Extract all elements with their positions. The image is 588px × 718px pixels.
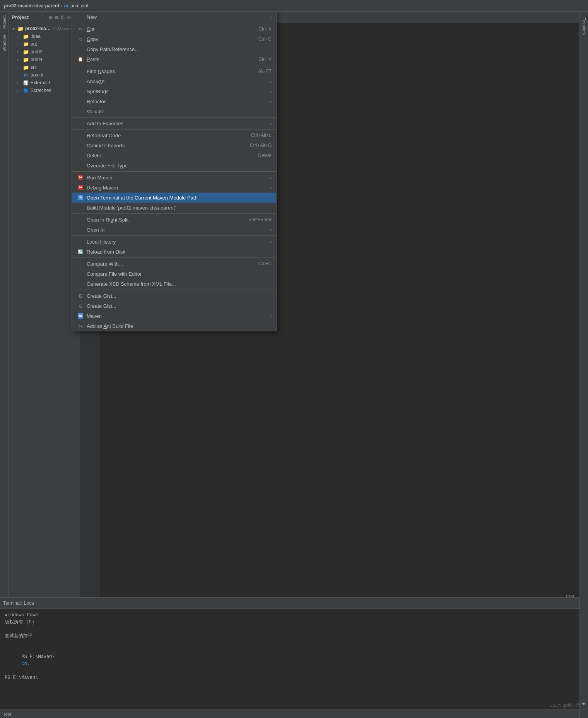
menu-item-override[interactable]: Override File Type: [72, 160, 276, 171]
menu-item-gist-github[interactable]: ⊙ Create Gist...: [72, 301, 276, 311]
menu-item-ant[interactable]: 🐜 Add as Ant Build File: [72, 321, 276, 331]
tree-item-src[interactable]: › 📁 src: [9, 63, 80, 71]
out-label: out: [31, 41, 37, 47]
optimize-shortcut: Ctrl+Alt+O: [250, 143, 272, 148]
menu-item-reload[interactable]: 🔄 Reload from Disk: [72, 247, 276, 257]
menu-item-open-terminal[interactable]: ⊞ Open Terminal at the Current Maven Mod…: [72, 193, 276, 203]
tree-arrow-root: ▼: [12, 27, 17, 31]
tree-item-idea[interactable]: › 📁 .idea: [9, 32, 80, 40]
scratches-label: Scratches: [31, 88, 51, 93]
menu-item-analyze[interactable]: Analyze ›: [72, 76, 276, 86]
separator-2: [72, 65, 276, 65]
reformat-shortcut: Ctrl+Alt+L: [251, 133, 272, 138]
menu-item-new[interactable]: New ›: [72, 12, 276, 22]
sidebar-item-favorites[interactable]: Favorites: [581, 15, 587, 37]
split-shortcut: Shift+Enter: [248, 217, 272, 222]
list-icon[interactable]: ≡: [55, 14, 58, 20]
tree-item-external[interactable]: › 📊 External L: [9, 79, 80, 87]
menu-item-optimize[interactable]: Optimize Imports Ctrl+Alt+O: [72, 140, 276, 150]
refactor-arrow: ›: [270, 99, 272, 104]
tree-item-pro04[interactable]: › 📁 pro04: [9, 56, 80, 63]
menu-xsd-label: Generate XSD Schema from XML File...: [87, 281, 272, 287]
terminal-path-1: cd..: [21, 661, 32, 667]
tree-arrow-scratches: ›: [17, 89, 22, 93]
sidebar-item-project[interactable]: Project: [1, 14, 7, 31]
tree-item-scratches[interactable]: › 🔵 Scratches: [9, 87, 80, 94]
tree-arrow-idea: ›: [17, 34, 22, 39]
menu-reformat-label: Reformat Code: [87, 133, 243, 138]
terminal-content[interactable]: Windows Powe 版权所有 (C) 尝试新的跨平 PS E:\Maven…: [0, 609, 579, 684]
menu-item-delete[interactable]: Delete... Delete: [72, 150, 276, 160]
menu-copy-label: Copy: [87, 36, 251, 42]
pom-icon: m: [22, 72, 29, 78]
run-maven-arrow: ›: [270, 175, 272, 181]
settings-icon[interactable]: ⚙: [67, 14, 72, 20]
menu-reload-label: Reload from Disk: [87, 249, 272, 255]
menu-item-debug-maven[interactable]: M Debug Maven ›: [72, 182, 276, 193]
copy-icon: ⧉: [77, 36, 84, 42]
open-in-icon: [77, 227, 84, 233]
menu-item-compare[interactable]: ↔ Compare With... Ctrl+D: [72, 259, 276, 269]
favorites-icon: [77, 120, 84, 126]
menu-maven-label: Maven: [87, 313, 268, 319]
menu-item-copy[interactable]: ⧉ Copy Ctrl+C: [72, 34, 276, 44]
menu-item-cut[interactable]: ✂ Cut Ctrl+X: [72, 24, 276, 34]
menu-item-maven[interactable]: m Maven ›: [72, 311, 276, 321]
menu-item-gist-red[interactable]: G Create Gist...: [72, 291, 276, 301]
menu-open-in-label: Open In: [87, 227, 268, 233]
menu-split-label: Open in Right Split: [87, 217, 241, 223]
copy-shortcut: Ctrl+C: [258, 36, 272, 42]
tree-item-root[interactable]: ▼ 📁 pro02-maven-idea-parent E:\Maven\Mav…: [9, 25, 80, 32]
menu-item-refactor[interactable]: Refactor ›: [72, 96, 276, 106]
menu-item-compare-editor[interactable]: Compare File with Editor: [72, 269, 276, 279]
terminal-tab-label: Terminal:: [3, 600, 22, 606]
menu-item-local-history[interactable]: Local History ›: [72, 237, 276, 247]
idea-label: .idea: [31, 34, 41, 39]
menu-item-run-maven[interactable]: M Run Maven ›: [72, 172, 276, 182]
separator-3: [72, 117, 276, 118]
menu-item-copy-path[interactable]: Copy Path/Reference...: [72, 44, 276, 54]
menu-paste-label: Paste: [87, 56, 251, 62]
tree-item-pom[interactable]: m pom.x: [9, 71, 80, 79]
tree-item-out[interactable]: › 📁 out: [9, 40, 80, 48]
separator-1: [72, 23, 276, 23]
menu-item-validate[interactable]: Validate: [72, 106, 276, 116]
analyze-arrow: ›: [270, 78, 272, 84]
menu-item-right-split[interactable]: Open in Right Split Shift+Enter: [72, 215, 276, 225]
menu-ant-label: Add as Ant Build File: [87, 323, 272, 329]
spotbugs-arrow: ›: [270, 89, 272, 94]
folder-icon-idea: 📁: [22, 33, 29, 39]
menu-compare-editor-label: Compare File with Editor: [87, 271, 272, 277]
menu-history-label: Local History: [87, 239, 268, 245]
new-arrow: ›: [270, 14, 272, 20]
menu-item-find-usages[interactable]: Find Usages Alt+F7: [72, 66, 276, 76]
spotbugs-icon: [77, 88, 84, 94]
separator-6: [72, 213, 276, 214]
paste-icon: 📋: [77, 56, 84, 62]
terminal-line-5: [5, 640, 575, 646]
menu-item-favorites[interactable]: Add to Favorites ›: [72, 118, 276, 128]
separator-9: [72, 290, 276, 290]
menu-item-build-module[interactable]: Build Module 'pro02-maven-idea-parent': [72, 203, 276, 213]
menu-item-reformat[interactable]: Reformat Code Ctrl+Alt+L: [72, 130, 276, 140]
paste-shortcut: Ctrl+V: [258, 56, 272, 62]
globe-icon[interactable]: ⊕: [48, 14, 53, 20]
sidebar-item-structure[interactable]: Structure: [1, 32, 7, 54]
history-arrow: ›: [270, 239, 272, 245]
file-type-icon: m: [64, 3, 68, 9]
menu-item-xsd[interactable]: Generate XSD Schema from XML File...: [72, 279, 276, 289]
root-label: pro02-maven-idea-parent: [25, 26, 51, 31]
scratch-icon: 🔵: [22, 87, 29, 94]
terminal-line-7: PS E:\Maven\: [5, 674, 575, 681]
compare-icon: ↔: [77, 261, 84, 267]
menu-item-open-in[interactable]: Open In ›: [72, 225, 276, 235]
menu-item-spotbugs[interactable]: SpotBugs ›: [72, 86, 276, 96]
separator-8: [72, 258, 276, 258]
menu-find-label: Find Usages: [87, 68, 250, 74]
collapse-icon[interactable]: ⇕: [60, 14, 65, 20]
reformat-icon: [77, 132, 84, 138]
tree-item-pro03[interactable]: › 📁 pro03: [9, 48, 80, 56]
menu-validate-label: Validate: [87, 109, 272, 114]
menu-item-paste[interactable]: 📋 Paste Ctrl+V: [72, 54, 276, 64]
folder-icon-pro04: 📁: [22, 56, 29, 63]
